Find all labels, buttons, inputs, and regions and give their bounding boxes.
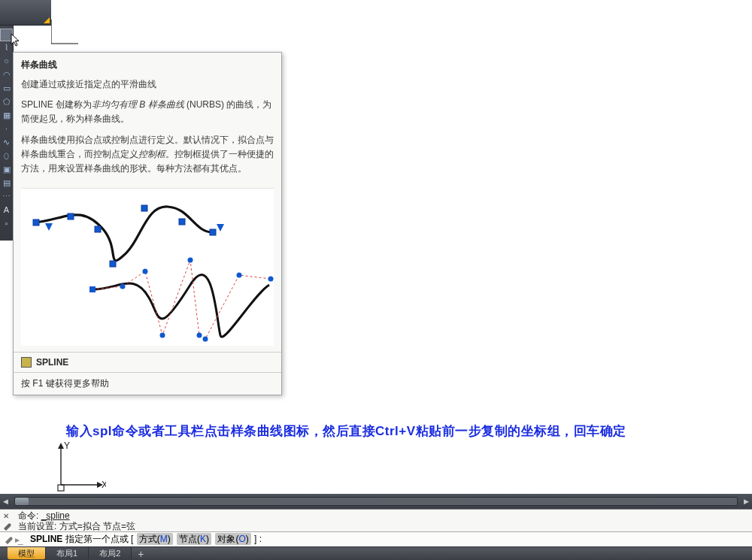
point-tool-icon[interactable]: · — [2, 123, 12, 134]
svg-point-10 — [120, 284, 126, 289]
drawing-origin-marker — [51, 20, 89, 50]
scrollbar-track[interactable] — [14, 497, 738, 506]
command-icon — [21, 357, 32, 368]
tooltip-paragraph-1: SPLINE 创建称为非均匀有理 B 样条曲线 (NURBS) 的曲线，为简便起… — [21, 98, 274, 126]
history-line-2: 当前设置: 方式=拟合 节点=弦 — [18, 521, 749, 531]
svg-point-12 — [160, 333, 165, 338]
tooltip-title: 样条曲线 — [14, 53, 281, 74]
close-cmdline-icon[interactable]: ✕ — [3, 511, 12, 520]
quick-access-toolbar[interactable] — [0, 0, 51, 26]
tooltip-illustration — [21, 188, 274, 346]
polygon-tool-icon[interactable]: ⬠ — [2, 96, 12, 107]
instruction-annotation: 输入spl命令或者工具栏点击样条曲线图标，然后直接Ctrl+V粘贴前一步复制的坐… — [66, 422, 626, 440]
layout-tabs[interactable]: 模型 布局1 布局2 + — [0, 546, 752, 560]
command-input-text[interactable]: SPLINE 指定第一个点或 [ 方式(M) 节点(K) 对象(O) ] : — [30, 533, 262, 546]
history-line-1: 命令: _spline — [18, 510, 749, 521]
tab-layout2[interactable]: 布局2 — [89, 547, 132, 559]
svg-rect-7 — [179, 219, 185, 225]
svg-rect-6 — [141, 205, 147, 211]
block-tool-icon[interactable]: ▣ — [2, 164, 12, 174]
spline-tool-icon[interactable]: ∿ — [2, 137, 12, 147]
tab-layout1[interactable]: 布局1 — [46, 547, 89, 559]
svg-point-17 — [268, 277, 274, 282]
cmdline-settings-icon[interactable] — [2, 522, 13, 531]
svg-rect-8 — [210, 229, 216, 235]
ucs-icon: X Y — [53, 440, 106, 492]
tool-tooltip: 样条曲线 创建通过或接近指定点的平滑曲线 SPLINE 创建称为非均匀有理 B … — [13, 52, 282, 395]
extra-tool-icon[interactable]: ▫ — [2, 218, 12, 229]
tab-model[interactable]: 模型 — [8, 547, 46, 559]
svg-rect-21 — [58, 485, 64, 491]
tab-add-button[interactable]: + — [132, 547, 150, 560]
svg-point-15 — [203, 337, 208, 342]
svg-text:Y: Y — [64, 440, 70, 451]
flyout-indicator-icon — [44, 17, 50, 23]
svg-rect-3 — [68, 213, 74, 219]
tooltip-command-row: SPLINE — [14, 352, 281, 372]
command-panel: ◀ ▶ ✕ 命令: _spline 当前设置: 方式=拟合 节点=弦 ▸_ SP… — [0, 494, 752, 560]
drawing-scrollbar-horizontal[interactable]: ◀ ▶ — [0, 494, 752, 509]
cmdline-wrench-icon[interactable] — [3, 535, 15, 544]
command-prompt-icon: ▸_ — [15, 534, 30, 545]
tooltip-command-name: SPLINE — [36, 357, 68, 368]
table-tool-icon[interactable]: ▤ — [2, 177, 12, 188]
scroll-left-icon[interactable]: ◀ — [0, 498, 11, 505]
svg-point-16 — [237, 273, 242, 278]
arc-tool-icon[interactable]: ◠ — [2, 69, 12, 80]
tooltip-paragraph-2: 样条曲线使用拟合点或控制点进行定义。默认情况下，拟合点与样条曲线重合，而控制点定… — [21, 133, 274, 177]
cursor-icon — [11, 33, 21, 48]
more-tool-icon[interactable]: ⋯ — [2, 191, 12, 201]
svg-rect-5 — [110, 261, 116, 267]
circle-tool-icon[interactable]: ○ — [2, 56, 12, 66]
draw-toolbar[interactable]: ▱ ⌇ ○ ◠ ▭ ⬠ ▦ · ∿ ⬯ ▣ ▤ ⋯ A ▫ — [0, 26, 14, 241]
svg-rect-18 — [89, 286, 96, 292]
text-tool-icon[interactable]: A — [2, 204, 12, 215]
command-input-row[interactable]: ▸_ SPLINE 指定第一个点或 [ 方式(M) 节点(K) 对象(O) ] … — [0, 531, 752, 546]
command-history[interactable]: ✕ 命令: _spline 当前设置: 方式=拟合 节点=弦 — [0, 509, 752, 531]
tooltip-f1-hint: 按 F1 键获得更多帮助 — [14, 372, 281, 395]
scrollbar-thumb[interactable] — [15, 498, 29, 505]
hatch-tool-icon[interactable]: ▦ — [2, 110, 12, 120]
tooltip-subtitle: 创建通过或接近指定点的平滑曲线 — [21, 77, 274, 92]
ellipse-tool-icon[interactable]: ⬯ — [2, 150, 12, 161]
svg-point-13 — [188, 258, 193, 263]
svg-text:X: X — [102, 480, 106, 490]
scroll-right-icon[interactable]: ▶ — [741, 498, 752, 505]
svg-rect-2 — [33, 219, 39, 226]
svg-rect-4 — [95, 226, 101, 232]
svg-point-11 — [143, 269, 148, 274]
rectangle-tool-icon[interactable]: ▭ — [2, 83, 12, 93]
svg-point-14 — [197, 333, 202, 338]
